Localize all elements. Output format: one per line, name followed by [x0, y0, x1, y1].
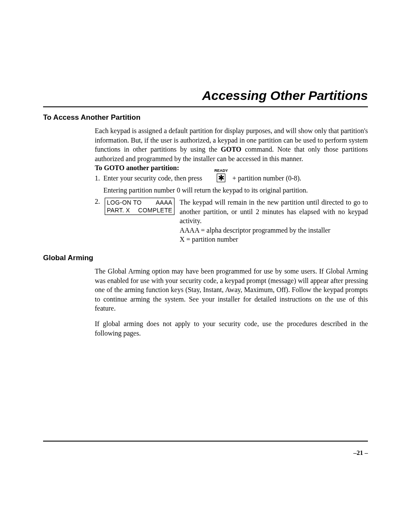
step-1-note: Entering partition number 0 will return … [103, 186, 368, 195]
step-2-description: The keypad will remain in the new partit… [180, 198, 368, 244]
title-rule [43, 106, 368, 107]
display-line2-right: COMPLETE [138, 206, 172, 214]
section-heading-global: Global Arming [43, 254, 368, 262]
display-line2-left: PART. X [107, 206, 130, 214]
step-2-para2: AAAA = alpha descriptor programmed by th… [180, 226, 368, 235]
bottom-rule [43, 441, 368, 442]
intro-paragraph: Each keypad is assigned a default partit… [95, 126, 368, 163]
step-1: 1. Enter your security code, then press … [95, 174, 368, 182]
global-para-1: The Global Arming option may have been p… [95, 267, 368, 313]
step-number-1: 1. [95, 174, 103, 182]
star-key-icon: ✱ [217, 174, 225, 182]
page-number: –21 – [353, 449, 368, 457]
goto-subheading: To GOTO another partition: [95, 164, 368, 172]
display-line1-left: LOG-ON TO [107, 199, 142, 206]
step-2-para3: X = partition number [180, 235, 368, 244]
step-2: 2. LOG-ON TO AAAA PART. X COMPLETE The k… [95, 198, 368, 244]
keypad-display: LOG-ON TO AAAA PART. X COMPLETE [105, 198, 174, 215]
step-1-after-key: + partition number (0-8). [232, 174, 301, 182]
ready-key-block: READY ✱ [217, 174, 225, 182]
global-para-2: If global arming does not apply to your … [95, 319, 368, 338]
ready-label: READY [215, 168, 228, 173]
step-1-text: Enter your security code, then press [103, 174, 202, 182]
display-line1-right: AAAA [156, 199, 172, 206]
page-title: Accessing Other Partitions [43, 88, 368, 103]
section-heading-access: To Access Another Partition [43, 113, 368, 122]
step-2-para1: The keypad will remain in the new partit… [180, 198, 368, 226]
step-number-2: 2. [95, 198, 103, 205]
